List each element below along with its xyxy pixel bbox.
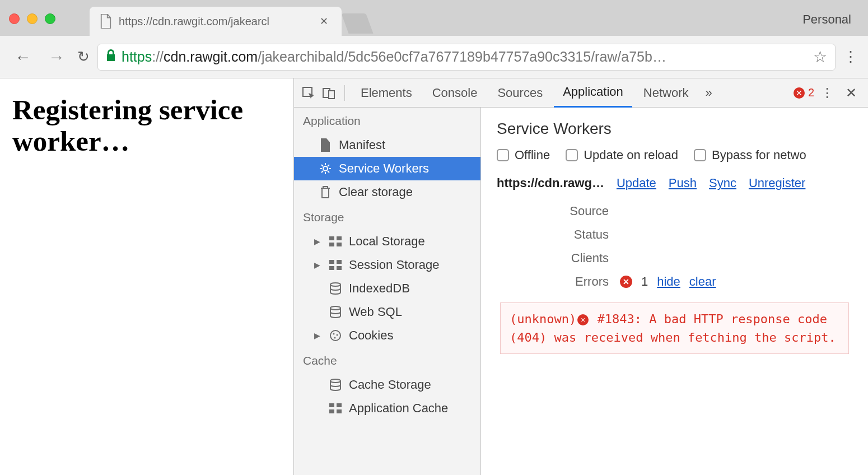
- tab-application[interactable]: Application: [554, 78, 632, 108]
- svg-rect-7: [337, 243, 342, 246]
- bookmark-star-icon[interactable]: ☆: [813, 48, 827, 66]
- error-icon: ✕: [577, 314, 589, 325]
- new-tab-button[interactable]: [341, 13, 373, 34]
- sidebar-item-web-sql[interactable]: Web SQL: [294, 300, 480, 324]
- tabs-overflow-button[interactable]: »: [699, 86, 717, 100]
- error-icon: ✕: [794, 87, 805, 99]
- chevron-right-icon: ▶: [314, 237, 322, 246]
- update-on-reload-checkbox[interactable]: Update on reload: [566, 148, 678, 162]
- profile-label[interactable]: Personal: [802, 12, 851, 27]
- svg-rect-20: [337, 403, 342, 407]
- sw-error-count: 1: [641, 274, 648, 289]
- svg-point-15: [333, 333, 335, 335]
- panel-title: Service Workers: [497, 120, 852, 138]
- error-prefix: (unknown): [510, 312, 576, 326]
- database-icon: [329, 305, 342, 319]
- svg-rect-9: [337, 260, 342, 264]
- sidebar-item-cookies[interactable]: ▶ Cookies: [294, 324, 480, 347]
- window-controls: [9, 13, 55, 24]
- svg-rect-2: [329, 91, 334, 99]
- sw-update-link[interactable]: Update: [617, 176, 656, 190]
- sidebar-item-local-storage[interactable]: ▶ Local Storage: [294, 230, 480, 253]
- sidebar-item-clear-storage[interactable]: Clear storage: [294, 180, 480, 204]
- sidebar-item-service-workers[interactable]: Service Workers: [294, 157, 480, 180]
- devtools-tab-bar: Elements Console Sources Application Net…: [294, 78, 868, 108]
- svg-point-12: [330, 283, 340, 286]
- svg-rect-8: [329, 260, 334, 264]
- tab-console[interactable]: Console: [423, 79, 487, 107]
- error-icon: ✕: [620, 276, 632, 288]
- cookie-icon: [329, 329, 342, 342]
- devtools-panel: Elements Console Sources Application Net…: [293, 78, 868, 475]
- grid-icon: [329, 235, 342, 248]
- sw-status-label: Status: [497, 227, 620, 242]
- sidebar-section-storage: Storage: [294, 204, 480, 230]
- maximize-window-button[interactable]: [45, 13, 55, 24]
- offline-checkbox[interactable]: Offline: [497, 148, 550, 162]
- panel-options-row: Offline Update on reload Bypass for netw…: [497, 148, 852, 162]
- database-icon: [329, 378, 342, 392]
- error-message-box: (unknown)✕ #1843: A bad HTTP response co…: [500, 302, 849, 354]
- minimize-window-button[interactable]: [27, 13, 38, 24]
- lock-icon: [106, 49, 116, 65]
- tab-network[interactable]: Network: [634, 79, 698, 107]
- tab-elements[interactable]: Elements: [352, 79, 421, 107]
- sw-errors-label: Errors: [497, 274, 620, 289]
- sw-unregister-link[interactable]: Unregister: [749, 176, 805, 190]
- svg-rect-21: [329, 409, 334, 413]
- service-worker-row: https://cdn.rawg… Update Push Sync Unreg…: [497, 176, 852, 190]
- application-sidebar: Application Manifest Service Workers Cle…: [294, 108, 481, 475]
- svg-rect-6: [329, 243, 334, 246]
- grid-icon: [329, 258, 342, 272]
- sw-push-link[interactable]: Push: [669, 176, 697, 190]
- svg-rect-10: [329, 266, 334, 270]
- svg-rect-4: [329, 236, 334, 240]
- back-button[interactable]: ←: [10, 45, 36, 69]
- browser-tab-bar: https://cdn.rawgit.com/jakearcl ✕ Person…: [0, 0, 868, 36]
- svg-rect-19: [329, 403, 334, 407]
- svg-rect-22: [337, 409, 342, 413]
- sidebar-item-manifest[interactable]: Manifest: [294, 133, 480, 157]
- sidebar-section-cache: Cache: [294, 347, 480, 373]
- devtools-close-button[interactable]: ✕: [840, 85, 862, 101]
- bypass-network-checkbox[interactable]: Bypass for netwo: [694, 148, 806, 162]
- svg-point-13: [330, 306, 340, 310]
- tab-close-button[interactable]: ✕: [320, 15, 328, 27]
- error-badge[interactable]: ✕ 2: [794, 86, 814, 99]
- svg-point-16: [337, 334, 338, 336]
- close-window-button[interactable]: [9, 13, 20, 24]
- page-content: Registering service worker…: [0, 78, 293, 475]
- svg-point-18: [330, 379, 340, 383]
- url-scheme: https://cdn.rawgit.com/jakearchibald/5dc…: [122, 49, 666, 65]
- browser-tab[interactable]: https://cdn.rawgit.com/jakearcl ✕: [90, 7, 342, 36]
- grid-icon: [329, 402, 342, 415]
- forward-button: →: [44, 45, 69, 69]
- database-icon: [329, 282, 342, 295]
- tab-sources[interactable]: Sources: [488, 79, 552, 107]
- sidebar-item-cache-storage[interactable]: Cache Storage: [294, 373, 480, 397]
- device-toggle-icon[interactable]: [320, 84, 338, 102]
- sidebar-section-application: Application: [294, 108, 480, 133]
- sidebar-item-application-cache[interactable]: Application Cache: [294, 397, 480, 420]
- sw-hide-link[interactable]: hide: [657, 274, 680, 289]
- chrome-menu-button[interactable]: ⋮: [843, 48, 858, 66]
- address-bar[interactable]: https://cdn.rawgit.com/jakearchibald/5dc…: [97, 44, 836, 71]
- sw-clear-link[interactable]: clear: [689, 274, 716, 289]
- svg-rect-5: [337, 236, 342, 240]
- reload-button[interactable]: ↻: [77, 48, 90, 66]
- sw-clients-label: Clients: [497, 251, 620, 266]
- sidebar-item-session-storage[interactable]: ▶ Session Storage: [294, 253, 480, 277]
- devtools-menu-button[interactable]: ⋮: [816, 86, 838, 100]
- sidebar-item-indexeddb[interactable]: IndexedDB: [294, 277, 480, 300]
- chevron-right-icon: ▶: [314, 331, 322, 340]
- page-heading: Registering service worker…: [12, 94, 281, 157]
- chevron-right-icon: ▶: [314, 260, 322, 269]
- file-icon: [100, 14, 112, 29]
- gear-icon: [319, 162, 332, 175]
- sw-sync-link[interactable]: Sync: [709, 176, 736, 190]
- inspect-element-icon[interactable]: [300, 84, 318, 102]
- error-count: 2: [808, 86, 814, 99]
- trash-icon: [319, 185, 332, 199]
- file-icon: [319, 138, 332, 152]
- svg-point-3: [323, 166, 328, 171]
